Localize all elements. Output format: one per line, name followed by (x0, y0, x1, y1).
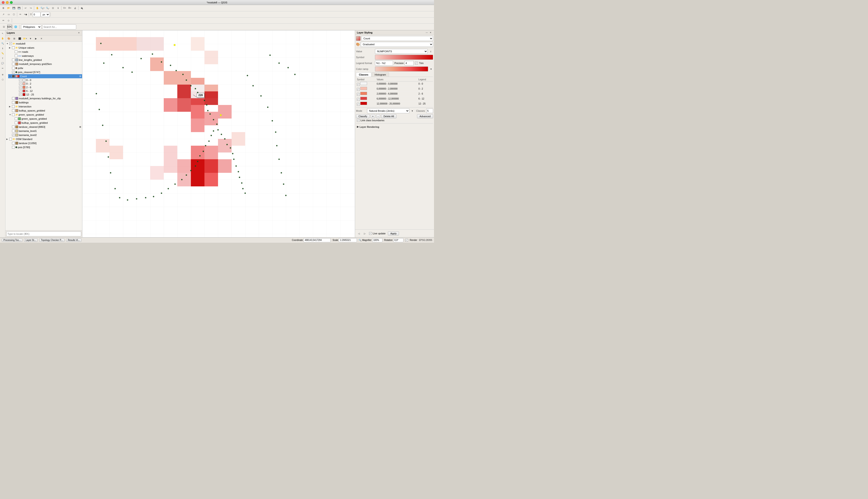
legend-format-input[interactable] (375, 61, 393, 65)
delete-all-btn[interactable]: Delete All (381, 114, 396, 118)
map-tip-tool[interactable]: 💬 (0, 61, 5, 65)
new-project-btn[interactable]: 🗎 (1, 6, 6, 11)
measure-tool[interactable]: 📏 (0, 51, 5, 56)
mode-select[interactable]: Natural Breaks (Jenks) (367, 108, 409, 113)
add-class-btn[interactable]: + (371, 114, 375, 118)
history-back-btn[interactable]: ◁ (357, 231, 361, 236)
remove-layer-btn[interactable]: ✕ (39, 36, 44, 41)
layer-landuse[interactable]: landuse_cleaned [8863] ⊞ (8, 125, 82, 129)
class-legend-4[interactable]: 12 - 25 (418, 101, 433, 106)
rotation-status-input[interactable] (393, 238, 404, 242)
layer-checkbox-module8[interactable] (9, 42, 12, 45)
close-button[interactable] (2, 1, 4, 4)
layer-checkbox-landuse[interactable] (12, 125, 15, 128)
layer-checkbox-pofw[interactable] (12, 67, 15, 70)
legend-cb-6-12[interactable] (19, 89, 22, 92)
layer-buildings-clip[interactable]: module8_temporary buildings_for_clip (8, 96, 82, 100)
pan-tool[interactable]: ✋ (0, 36, 5, 41)
legend-cb-0-2[interactable] (19, 82, 22, 85)
layer-tasmania2[interactable]: tasmania_level2 (8, 133, 82, 137)
class-swatch-3[interactable] (360, 97, 367, 100)
save-project-btn[interactable]: 💾 (11, 6, 16, 11)
layer-checkbox-tas2[interactable] (12, 134, 15, 136)
layer-checkbox-builtup[interactable] (12, 109, 15, 112)
undo-btn[interactable]: ↩ (23, 6, 28, 11)
layer-checkbox-green-grp[interactable] (12, 113, 15, 116)
legend-cb-2-6[interactable] (19, 86, 22, 89)
layer-select[interactable]: Count (361, 36, 433, 41)
layer-st-btn[interactable]: Layer St... (24, 239, 38, 242)
layer-checkbox-roads[interactable] (15, 50, 17, 53)
live-update-cb[interactable] (369, 232, 372, 235)
layer-checkbox-pois-osm[interactable] (12, 146, 15, 149)
advanced-btn[interactable]: Advanced (417, 114, 433, 118)
class-cb-3[interactable] (357, 98, 360, 101)
classify-btn[interactable]: Classify (356, 114, 370, 118)
layer-landuse-osm[interactable]: landuse [11050] (8, 141, 82, 145)
renderer-select[interactable]: Graduated (361, 42, 433, 47)
value-select[interactable]: NUMPOINTS (375, 49, 428, 54)
collapse-all-btn[interactable]: ▶ (34, 36, 38, 41)
layer-checkbox-bldg-clip[interactable] (12, 97, 15, 100)
symbol-color-bar[interactable] (375, 55, 433, 60)
plugins-btn[interactable]: 🔌 (79, 6, 84, 11)
topology-checker-btn[interactable]: Topology Checker P... (39, 239, 64, 242)
class-legend-2[interactable]: 2 - 6 (418, 92, 433, 96)
layer-checkbox-waterways[interactable] (15, 54, 17, 57)
classes-count-input[interactable] (426, 109, 433, 113)
class-cb-1[interactable] (357, 88, 360, 91)
edc-btn[interactable]: EDC (7, 24, 12, 29)
select-tool[interactable]: ↖ (0, 31, 5, 36)
magnifier-input[interactable] (372, 238, 382, 242)
expand-all-btn[interactable]: ▼ (28, 36, 33, 41)
maximize-button[interactable] (10, 1, 13, 4)
layer-green-group[interactable]: ▼ 📁 green_spaces_gridded (8, 113, 82, 117)
color-ramp-menu-btn[interactable]: ▼ (429, 66, 433, 72)
edit-tool[interactable]: ✏ (0, 66, 5, 71)
class-swatch-1[interactable] (360, 87, 367, 90)
tab-histogram[interactable]: Histogram (372, 72, 389, 77)
precision-spinner[interactable] (405, 61, 414, 65)
layer-checkbox-count[interactable] (12, 75, 15, 77)
layer-checkbox-temp-grid[interactable] (12, 63, 15, 65)
class-legend-3[interactable]: 6 - 12 (418, 96, 433, 101)
tab-classes[interactable]: Classes (356, 72, 371, 77)
coordinate-input[interactable] (303, 238, 331, 242)
epsg-label[interactable]: EPSG:28355 (419, 239, 432, 241)
mode-info-btn[interactable]: ▼ (410, 108, 414, 113)
layer-builtup-gridded2[interactable]: builtup_spaces_gridded (11, 121, 82, 125)
layer-waterways[interactable]: waterways (11, 54, 82, 58)
layer-checkbox-landuse-osm[interactable] (12, 142, 15, 145)
results-vi-btn[interactable]: Results Vi... (66, 239, 82, 242)
layer-checkbox-unique[interactable] (12, 46, 15, 49)
processing-tools-btn[interactable]: Processing Too... (2, 239, 22, 242)
value-expr-btn[interactable]: ε (429, 49, 433, 54)
class-cb-2[interactable] (357, 93, 360, 96)
digitize-shape-tool[interactable]: ⬡ (0, 77, 5, 82)
apply-btn[interactable]: Apply (388, 231, 399, 235)
layer-green-gridded[interactable]: green_spaces_gridded (11, 117, 82, 121)
add-feature-btn[interactable]: +◆ (23, 12, 28, 17)
node-tool-btn[interactable]: ◇ (6, 18, 11, 23)
zoom-layer-btn[interactable]: ⊡ (1, 24, 6, 29)
link-cb[interactable] (357, 119, 360, 122)
open-layer-style-btn[interactable]: 🎨 (6, 36, 11, 41)
add-vector-btn[interactable]: V+ (62, 6, 67, 11)
landuse-filter-btn[interactable]: ⊞ (79, 126, 81, 128)
class-swatch-2[interactable] (360, 92, 367, 95)
layer-pois-cleaned[interactable]: pois_cleaned [5747] (8, 70, 82, 74)
print-layout-btn[interactable]: 🖨 (73, 6, 77, 11)
location-select[interactable]: Philippines (21, 24, 41, 29)
layer-pois-osm[interactable]: pois [5780] (8, 145, 82, 149)
class-legend-0[interactable]: 0 - 0 (418, 82, 433, 86)
layer-osm-standard[interactable]: ▶ 📁 OSM Standard (5, 137, 82, 141)
pan-btn[interactable]: ✋ (35, 6, 40, 11)
layer-buildings[interactable]: buildings (8, 100, 82, 105)
zoom-in-btn[interactable]: 🔍+ (40, 6, 45, 11)
trim-checkbox[interactable] (415, 62, 418, 64)
layer-roads[interactable]: roads (11, 50, 82, 54)
locate-input[interactable] (6, 231, 81, 236)
select-rect-btn[interactable]: ▭ (6, 12, 11, 17)
snap-tool[interactable]: ⊕ (0, 72, 5, 77)
styling-collapse-btn[interactable]: — (425, 31, 428, 34)
